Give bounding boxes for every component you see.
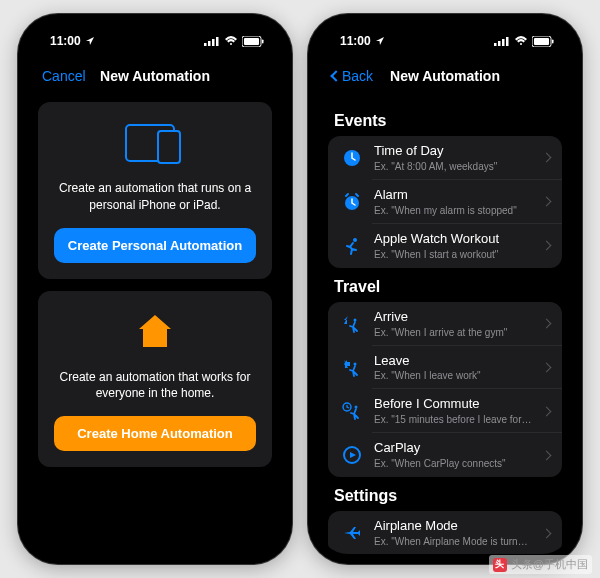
list-item-sub: Ex. "When I leave work": [374, 369, 533, 382]
clock-icon: [340, 146, 364, 170]
chevron-right-icon: [542, 241, 552, 251]
svg-rect-1: [208, 41, 211, 46]
list-item-title: Before I Commute: [374, 396, 533, 413]
svg-rect-11: [502, 39, 505, 46]
airplane-icon: [340, 521, 364, 545]
alarm-icon: [340, 190, 364, 214]
list-item-time-of-day[interactable]: Time of Day Ex. "At 8:00 AM, weekdays": [328, 136, 562, 180]
signal-icon: [494, 36, 510, 46]
list-item-workout[interactable]: Apple Watch Workout Ex. "When I start a …: [328, 224, 562, 268]
list-item-title: Arrive: [374, 309, 533, 326]
nav-title: New Automation: [390, 68, 500, 84]
nav-bar: Back New Automation: [318, 58, 572, 94]
section-header-settings: Settings: [328, 477, 562, 511]
list-item-sub: Ex. "When my alarm is stopped": [374, 204, 533, 217]
commute-icon: [340, 399, 364, 423]
chevron-right-icon: [542, 319, 552, 329]
location-arrow-icon: [85, 36, 95, 46]
list-item-title: Time of Day: [374, 143, 533, 160]
back-label: Back: [342, 68, 373, 84]
chevron-right-icon: [542, 450, 552, 460]
svg-rect-6: [262, 39, 264, 43]
notch: [385, 14, 505, 36]
svg-rect-10: [498, 41, 501, 46]
list-item-title: CarPlay: [374, 440, 533, 457]
cancel-button[interactable]: Cancel: [42, 68, 86, 84]
leave-icon: [340, 356, 364, 380]
home-automation-card: Create an automation that works for ever…: [38, 291, 272, 468]
phone-mockup-left: 11:00 Cancel New Automation: [18, 14, 292, 564]
chevron-right-icon: [542, 363, 552, 373]
svg-rect-5: [244, 38, 259, 45]
svg-point-20: [354, 362, 357, 365]
list-item-alarm[interactable]: Alarm Ex. "When my alarm is stopped": [328, 180, 562, 224]
battery-icon: [242, 36, 264, 47]
watermark-logo-icon: 头: [493, 558, 507, 572]
svg-rect-2: [212, 39, 215, 46]
content-area: Create an automation that runs on a pers…: [28, 94, 282, 554]
home-desc: Create an automation that works for ever…: [54, 369, 256, 403]
status-time: 11:00: [50, 34, 81, 48]
list-item-sub: Ex. "At 8:00 AM, weekdays": [374, 160, 533, 173]
chevron-right-icon: [542, 528, 552, 538]
create-home-automation-button[interactable]: Create Home Automation: [54, 416, 256, 451]
settings-list: Airplane Mode Ex. "When Airplane Mode is…: [328, 511, 562, 554]
list-item-before-commute[interactable]: Before I Commute Ex. "15 minutes before …: [328, 389, 562, 433]
screen: 11:00 Cancel New Automation: [28, 24, 282, 554]
svg-rect-0: [204, 43, 207, 46]
workout-icon: [340, 234, 364, 258]
list-item-title: Airplane Mode: [374, 518, 533, 535]
list-item-title: Apple Watch Workout: [374, 231, 533, 248]
carplay-icon: [340, 443, 364, 467]
notch: [95, 14, 215, 36]
chevron-right-icon: [542, 406, 552, 416]
list-item-airplane-mode[interactable]: Airplane Mode Ex. "When Airplane Mode is…: [328, 511, 562, 554]
list-item-arrive[interactable]: Arrive Ex. "When I arrive at the gym": [328, 302, 562, 346]
wifi-icon: [514, 36, 528, 46]
personal-desc: Create an automation that runs on a pers…: [54, 180, 256, 214]
section-header-travel: Travel: [328, 268, 562, 302]
home-icon: [135, 309, 175, 355]
list-item-sub: Ex. "15 minutes before I leave for work": [374, 413, 533, 426]
chevron-right-icon: [542, 153, 552, 163]
back-button[interactable]: Back: [332, 68, 373, 84]
svg-rect-14: [534, 38, 549, 45]
list-item-leave[interactable]: Leave Ex. "When I leave work": [328, 346, 562, 390]
events-list: Time of Day Ex. "At 8:00 AM, weekdays" A…: [328, 136, 562, 268]
devices-icon: [120, 120, 190, 166]
list-item-title: Alarm: [374, 187, 533, 204]
travel-list: Arrive Ex. "When I arrive at the gym" Le…: [328, 302, 562, 478]
nav-title: New Automation: [100, 68, 210, 84]
svg-point-22: [355, 406, 358, 409]
personal-automation-card: Create an automation that runs on a pers…: [38, 102, 272, 279]
svg-point-18: [353, 238, 357, 242]
content-area: Events Time of Day Ex. "At 8:00 AM, week…: [318, 94, 572, 554]
list-item-carplay[interactable]: CarPlay Ex. "When CarPlay connects": [328, 433, 562, 477]
section-header-events: Events: [328, 102, 562, 136]
location-arrow-icon: [375, 36, 385, 46]
signal-icon: [204, 36, 220, 46]
status-time: 11:00: [340, 34, 371, 48]
list-item-sub: Ex. "When I start a workout": [374, 248, 533, 261]
svg-rect-8: [158, 131, 180, 163]
phone-mockup-right: 11:00 Back New Automation Events: [308, 14, 582, 564]
svg-rect-3: [216, 37, 219, 46]
screen: 11:00 Back New Automation Events: [318, 24, 572, 554]
wifi-icon: [224, 36, 238, 46]
nav-bar: Cancel New Automation: [28, 58, 282, 94]
watermark-text: 头条@手机中国: [511, 557, 588, 572]
battery-icon: [532, 36, 554, 47]
svg-rect-12: [506, 37, 509, 46]
list-item-sub: Ex. "When I arrive at the gym": [374, 326, 533, 339]
list-item-sub: Ex. "When CarPlay connects": [374, 457, 533, 470]
chevron-left-icon: [330, 70, 341, 81]
watermark: 头 头条@手机中国: [489, 555, 592, 574]
list-item-sub: Ex. "When Airplane Mode is turned on": [374, 535, 533, 548]
svg-rect-15: [552, 39, 554, 43]
chevron-right-icon: [542, 197, 552, 207]
list-item-title: Leave: [374, 353, 533, 370]
arrive-icon: [340, 312, 364, 336]
svg-rect-9: [494, 43, 497, 46]
svg-point-19: [354, 318, 357, 321]
create-personal-automation-button[interactable]: Create Personal Automation: [54, 228, 256, 263]
